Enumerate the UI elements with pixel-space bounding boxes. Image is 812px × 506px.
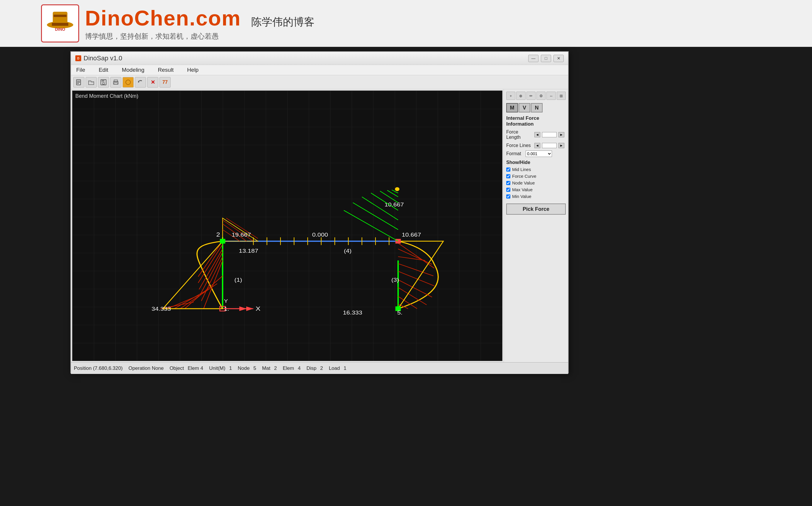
status-elem-key: Elem xyxy=(283,365,294,371)
minvalue-label: Min Value xyxy=(512,194,532,199)
menu-modeling[interactable]: Modeling xyxy=(119,66,147,74)
app-icon: D xyxy=(75,55,81,61)
svg-text:X: X xyxy=(256,305,260,312)
nodevalue-checkbox[interactable] xyxy=(506,181,511,185)
status-operation: Operation None xyxy=(128,365,163,371)
window-controls[interactable]: — □ ✕ xyxy=(528,55,564,62)
toolbar-print[interactable] xyxy=(110,77,121,88)
maxvalue-checkbox[interactable] xyxy=(506,188,511,192)
force-length-label: Force Length xyxy=(506,130,533,140)
menu-help[interactable]: Help xyxy=(185,66,201,74)
menu-result[interactable]: Result xyxy=(155,66,176,74)
midlines-checkbox[interactable] xyxy=(506,167,511,172)
panel-tool-select[interactable]: ⊕ xyxy=(516,92,525,100)
svg-rect-10 xyxy=(102,80,105,82)
force-length-increase[interactable]: ► xyxy=(558,132,564,137)
status-load-key: Load xyxy=(329,365,340,371)
toolbar-open[interactable] xyxy=(86,77,97,88)
forcecurve-checkbox[interactable] xyxy=(506,174,511,178)
svg-text:0.000: 0.000 xyxy=(312,232,328,238)
chart-title: Bend Moment Chart (kNm) xyxy=(75,93,138,99)
mvn-v-button[interactable]: V xyxy=(519,103,530,112)
svg-rect-6 xyxy=(77,81,80,81)
svg-text:10.667: 10.667 xyxy=(385,202,404,207)
panel-tool-grid[interactable]: ⊞ xyxy=(557,92,566,100)
toolbar-save[interactable] xyxy=(98,77,109,88)
status-node-key: Node xyxy=(238,365,250,371)
nodevalue-label: Node Value xyxy=(512,180,535,185)
format-select[interactable]: 0.001 0.01 0.1 1 xyxy=(526,151,552,157)
format-row: Format 0.001 0.01 0.1 1 xyxy=(506,151,566,157)
internal-force-title: Internal Force Information xyxy=(506,115,566,127)
status-mat-val: 2 xyxy=(274,365,277,371)
status-elem-val: 4 xyxy=(298,365,300,371)
svg-rect-18 xyxy=(72,91,502,361)
panel-tool-edit[interactable]: ✏ xyxy=(527,92,536,100)
svg-rect-11 xyxy=(103,83,105,84)
status-mat-key: Mat xyxy=(262,365,270,371)
svg-rect-7 xyxy=(77,82,80,83)
force-length-decrease[interactable]: ◄ xyxy=(534,132,540,137)
menu-file[interactable]: File xyxy=(74,66,88,74)
panel-toolbar: + ⊕ ✏ ⚙ ↔ ⊞ xyxy=(506,92,566,100)
force-lines-increase[interactable]: ► xyxy=(558,143,564,148)
svg-text:5.: 5. xyxy=(397,310,402,315)
status-object-label: Object Elem 4 xyxy=(170,365,203,371)
status-object-val: Elem 4 xyxy=(188,365,203,371)
toolbar-cancel[interactable]: ✕ xyxy=(147,77,158,88)
toolbar-special[interactable]: 77 xyxy=(159,77,171,88)
status-node-val: 5 xyxy=(253,365,256,371)
chart-container[interactable]: Bend Moment Chart (kNm) X xyxy=(72,90,502,361)
title-bar-left: D DinoSap v1.0 xyxy=(75,55,122,62)
status-mat: Mat 2 xyxy=(262,365,277,371)
force-length-input[interactable] xyxy=(542,132,557,137)
node-2-marker xyxy=(220,239,225,244)
panel-tool-settings[interactable]: ⚙ xyxy=(536,92,546,100)
force-lines-row: Force Lines ◄ ► xyxy=(506,143,566,148)
dino-logo-svg: DINO xyxy=(46,6,75,41)
right-panel: + ⊕ ✏ ⚙ ↔ ⊞ M V N Internal Force Informa… xyxy=(503,89,568,362)
midlines-row: Mid Lines xyxy=(506,167,566,172)
close-button[interactable]: ✕ xyxy=(553,55,564,62)
svg-text:16.333: 16.333 xyxy=(343,310,362,315)
force-lines-input[interactable] xyxy=(542,143,557,148)
svg-text:19.667: 19.667 xyxy=(231,232,251,238)
force-lines-label: Force Lines xyxy=(506,143,533,148)
status-node: Node 5 xyxy=(238,365,256,371)
menu-edit[interactable]: Edit xyxy=(96,66,111,74)
nodevalue-row: Node Value xyxy=(506,180,566,185)
status-bar: Position (7.680,6.320) Operation None Ob… xyxy=(71,362,568,374)
svg-text:10.667: 10.667 xyxy=(402,232,421,238)
minimize-button[interactable]: — xyxy=(528,55,539,62)
title-bar: D DinoSap v1.0 — □ ✕ xyxy=(71,52,568,65)
status-disp-val: 2 xyxy=(320,365,323,371)
content-area: Bend Moment Chart (kNm) X xyxy=(71,89,568,362)
status-disp-key: Disp xyxy=(306,365,316,371)
pick-force-button[interactable]: Pick Force xyxy=(506,203,566,215)
force-lines-decrease[interactable]: ◄ xyxy=(534,143,540,148)
svg-rect-8 xyxy=(77,83,79,84)
panel-tool-add[interactable]: + xyxy=(506,92,515,100)
top-banner: DINO DinoChen.com 陈学伟的博客 博学慎思，坚持创新，求知若机，… xyxy=(0,0,812,47)
toolbar-undo[interactable] xyxy=(135,77,146,88)
menu-bar: File Edit Modeling Result Help xyxy=(71,65,568,75)
svg-text:Y: Y xyxy=(224,299,228,304)
minvalue-checkbox[interactable] xyxy=(506,194,511,198)
toolbar-new[interactable] xyxy=(73,77,84,88)
maxvalue-row: Max Value xyxy=(506,187,566,192)
window-title: DinoSap v1.0 xyxy=(83,55,122,62)
svg-text:34.333: 34.333 xyxy=(151,306,171,312)
mvn-n-button[interactable]: N xyxy=(531,103,543,112)
panel-tool-resize[interactable]: ↔ xyxy=(546,92,555,100)
maximize-button[interactable]: □ xyxy=(541,55,551,62)
showhide-title: Show/Hide xyxy=(506,160,566,165)
maxvalue-label: Max Value xyxy=(512,187,533,192)
svg-text:(4): (4) xyxy=(344,248,351,254)
forcecurve-label: Force Curve xyxy=(512,174,536,179)
logo-box: DINO xyxy=(41,4,79,43)
mvn-m-button[interactable]: M xyxy=(506,103,518,112)
svg-text:2: 2 xyxy=(216,231,220,238)
midlines-label: Mid Lines xyxy=(512,167,531,172)
toolbar-circle[interactable] xyxy=(123,77,134,88)
svg-point-85 xyxy=(395,187,399,191)
